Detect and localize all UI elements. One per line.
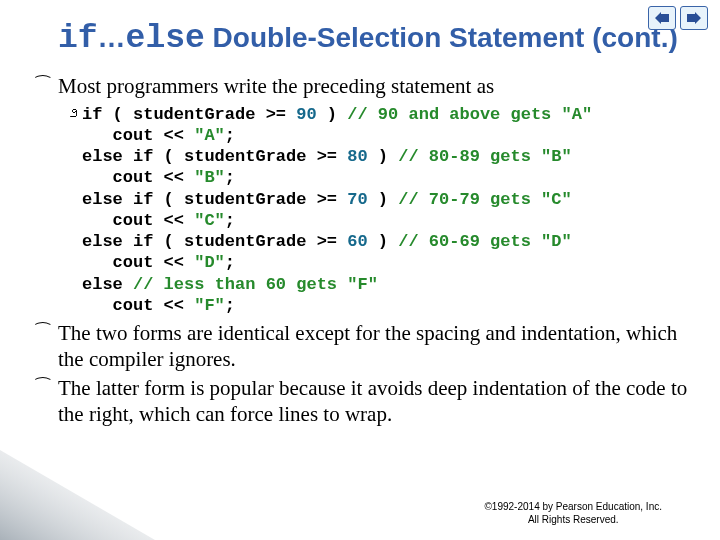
code-line-5: else if ( studentGrade >= 70 ) // 70-79 … <box>64 189 688 210</box>
title-keyword-if: if <box>58 20 98 57</box>
code-number: 60 <box>347 232 367 251</box>
code-line-2: cout << "A"; <box>64 125 688 146</box>
code-string: "A" <box>194 126 225 145</box>
code-frag: else if ( studentGrade >= <box>82 147 347 166</box>
code-block: ೨if ( studentGrade >= 90 ) // 90 and abo… <box>64 104 688 317</box>
code-frag: else if ( studentGrade >= <box>82 232 347 251</box>
title-ellipsis: … <box>98 22 126 53</box>
code-frag: ; <box>225 296 235 315</box>
code-frag: ) <box>368 232 399 251</box>
prev-slide-button[interactable] <box>648 6 676 30</box>
code-frag: else if ( studentGrade >= <box>82 190 347 209</box>
code-comment: // 90 and above gets "A" <box>347 105 592 124</box>
slide-container: if…else Double-Selection Statement (cont… <box>0 0 720 540</box>
code-line-9: else // less than 60 gets "F" <box>64 274 688 295</box>
bullet-3: The latter form is popular because it av… <box>58 375 688 428</box>
code-number: 70 <box>347 190 367 209</box>
svg-marker-0 <box>655 12 669 24</box>
code-frag: ) <box>317 105 348 124</box>
arrow-left-icon <box>655 12 669 24</box>
code-frag: else <box>82 275 133 294</box>
code-frag: cout << <box>82 126 194 145</box>
bullet-2: The two forms are identical except for t… <box>58 320 688 373</box>
code-frag: ) <box>368 147 399 166</box>
bullet-1: Most programmers write the preceding sta… <box>58 73 688 316</box>
code-line-7: else if ( studentGrade >= 60 ) // 60-69 … <box>64 231 688 252</box>
nav-arrows <box>648 6 708 30</box>
corner-shadow-decoration <box>0 420 180 540</box>
code-number: 80 <box>347 147 367 166</box>
code-line-6: cout << "C"; <box>64 210 688 231</box>
bullet-2-text: The two forms are identical except for t… <box>58 321 677 371</box>
title-rest: Double-Selection Statement (cont.) <box>205 22 678 53</box>
code-string: "C" <box>194 211 225 230</box>
spiral-icon: ೨ <box>64 105 82 124</box>
code-frag: cout << <box>82 211 194 230</box>
code-number: 90 <box>296 105 316 124</box>
code-comment: // 80-89 gets "B" <box>398 147 571 166</box>
code-line-10: cout << "F"; <box>64 295 688 316</box>
code-line-1: ೨if ( studentGrade >= 90 ) // 90 and abo… <box>64 104 688 125</box>
code-string: "B" <box>194 168 225 187</box>
code-frag: ; <box>225 168 235 187</box>
bullet-3-text: The latter form is popular because it av… <box>58 376 687 426</box>
code-frag: ; <box>225 253 235 272</box>
code-string: "F" <box>194 296 225 315</box>
code-frag: ; <box>225 126 235 145</box>
code-line-8: cout << "D"; <box>64 252 688 273</box>
code-line-3: else if ( studentGrade >= 80 ) // 80-89 … <box>64 146 688 167</box>
code-string: "D" <box>194 253 225 272</box>
arrow-right-icon <box>687 12 701 24</box>
bullet-1-text: Most programmers write the preceding sta… <box>58 74 494 98</box>
footer-line-2: All Rights Reserved. <box>528 514 619 525</box>
svg-marker-2 <box>0 450 155 540</box>
body-list: Most programmers write the preceding sta… <box>58 73 688 427</box>
code-frag: ) <box>368 190 399 209</box>
code-comment: // less than 60 gets "F" <box>133 275 378 294</box>
code-frag: cout << <box>82 296 194 315</box>
code-comment: // 60-69 gets "D" <box>398 232 571 251</box>
code-frag: ; <box>225 211 235 230</box>
code-line-4: cout << "B"; <box>64 167 688 188</box>
code-frag: if ( studentGrade >= <box>82 105 296 124</box>
code-frag: cout << <box>82 168 194 187</box>
slide-title: if…else Double-Selection Statement (cont… <box>58 18 688 59</box>
svg-marker-1 <box>687 12 701 24</box>
next-slide-button[interactable] <box>680 6 708 30</box>
footer-line-1: ©1992-2014 by Pearson Education, Inc. <box>485 501 663 512</box>
code-frag: cout << <box>82 253 194 272</box>
title-keyword-else: else <box>126 20 205 57</box>
code-comment: // 70-79 gets "C" <box>398 190 571 209</box>
copyright-footer: ©1992-2014 by Pearson Education, Inc. Al… <box>485 501 663 526</box>
